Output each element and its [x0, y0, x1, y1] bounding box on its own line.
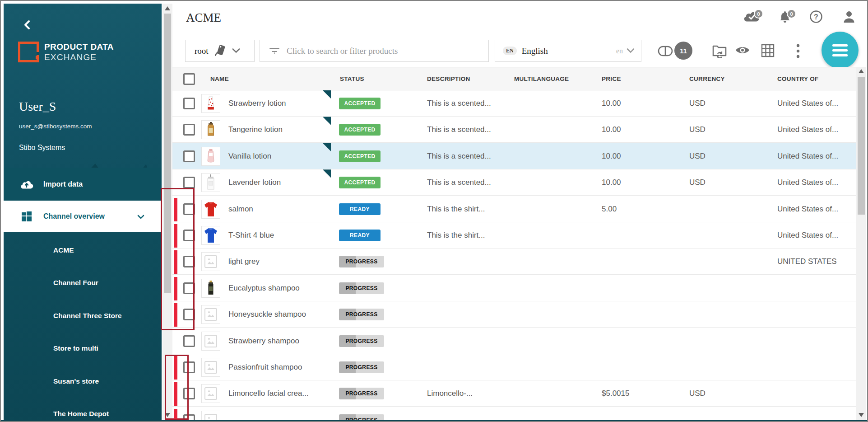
table-row-limoncello-facial-crea[interactable]: Limoncello facial crea...PROGRESSLimonce… — [172, 380, 856, 407]
right-scrollbar[interactable] — [856, 67, 866, 420]
sidebar-channel-the-home-depot[interactable]: The Home Depot — [53, 409, 109, 419]
row-checkbox[interactable] — [183, 309, 195, 320]
page-title: ACME — [186, 11, 221, 25]
product-country: United States of... — [777, 196, 838, 222]
main-menu-fab[interactable] — [822, 32, 859, 69]
cloud-upload-icon — [20, 179, 33, 190]
scroll-down-arrow-icon[interactable] — [165, 413, 170, 417]
status-badge: ACCEPTED — [339, 98, 381, 109]
search-input[interactable] — [286, 46, 488, 56]
product-country: United States of... — [777, 222, 838, 249]
table-header: NAMESTATUSDESCRIPTIONMULTILANGUAGEPRICEC… — [172, 67, 856, 90]
column-header-currency[interactable]: CURRENCY — [689, 67, 725, 91]
folder-sync-icon[interactable] — [712, 43, 727, 60]
sync-badge: 0 — [754, 9, 763, 19]
channel-overview-grid-icon — [20, 211, 33, 222]
search-box[interactable] — [260, 40, 489, 62]
product-name: Honeysuckle shampoo — [228, 301, 306, 328]
product-thumbnail-tangerine-lotion-icon — [201, 120, 220, 139]
row-checkbox[interactable] — [183, 177, 195, 188]
column-header-name[interactable]: NAME — [210, 67, 229, 91]
sidebar-channel-channel-three-store[interactable]: Channel Three Store — [53, 311, 122, 321]
root-node-selector[interactable]: root — [185, 40, 255, 62]
column-header-status[interactable]: STATUS — [340, 67, 364, 91]
product-country: United States of... — [777, 90, 838, 117]
account-icon[interactable] — [842, 10, 856, 25]
scroll-down-arrow-icon[interactable] — [859, 413, 864, 417]
tag-icon — [213, 42, 228, 60]
row-checkbox[interactable] — [183, 282, 195, 294]
sidebar-item-label: Channel overview — [43, 212, 105, 220]
row-checkbox[interactable] — [183, 150, 195, 162]
status-badge: PROGRESS — [339, 282, 384, 294]
row-checkbox[interactable] — [183, 388, 195, 399]
table-row-passionfruit-shampoo[interactable]: Passionfruit shampooPROGRESS — [172, 354, 856, 380]
table-row-eucalyptus-shampoo[interactable]: Eucalyptus shampooPROGRESS — [172, 275, 856, 301]
table-row-light-grey[interactable]: light greyPROGRESSUNITED STATES — [172, 249, 856, 275]
product-thumbnail-lavender-lotion-icon — [201, 173, 220, 192]
row-checkbox[interactable] — [183, 361, 195, 373]
product-name: Limoncello facial crea... — [228, 380, 309, 407]
sidebar-item-channel-overview[interactable]: Channel overview — [4, 201, 162, 232]
select-all-checkbox[interactable] — [183, 73, 195, 85]
toggle-view-icon[interactable] — [658, 46, 673, 58]
chevron-down-icon[interactable] — [137, 213, 144, 221]
table-row-strawberry-shampoo[interactable]: Strawberry shampooPROGRESS — [172, 328, 856, 354]
status-badge: ACCEPTED — [339, 177, 381, 188]
row-checkbox[interactable] — [183, 124, 195, 136]
left-scrollbar[interactable] — [162, 4, 172, 420]
product-description: This is a scented... — [427, 90, 491, 117]
product-description: This is the shirt... — [427, 222, 485, 249]
product-country: UNITED STATES — [777, 249, 837, 275]
table-row-t-shirt-4-blue[interactable]: T-Shirt 4 blueREADYThis is the shirt...U… — [172, 222, 856, 249]
sidebar-channel-acme[interactable]: ACME — [53, 245, 74, 255]
row-checkbox[interactable] — [183, 203, 195, 215]
product-thumbnail-eucalyptus-icon — [201, 279, 220, 298]
svg-text:?: ? — [814, 13, 818, 21]
column-header-price[interactable]: PRICE — [602, 67, 621, 91]
sidebar-channel-channel-four[interactable]: Channel Four — [53, 278, 98, 288]
table-view-icon[interactable] — [761, 43, 775, 60]
user-organization: Stibo Systems — [19, 144, 65, 152]
product-description: Limoncello-... — [427, 380, 473, 407]
table-row-vanilla-lotion[interactable]: Vanilla lotionACCEPTEDThis is a scented.… — [172, 143, 856, 169]
product-currency: USD — [689, 380, 706, 407]
column-header-description[interactable]: DESCRIPTION — [427, 67, 470, 91]
help-icon[interactable]: ? — [809, 10, 823, 25]
sync-status-icon[interactable]: 0 — [743, 10, 761, 24]
sidebar-item-import-data[interactable]: Import data — [4, 168, 162, 201]
table-row-tangerine-lotion[interactable]: Tangerine lotionACCEPTEDThis is a scente… — [172, 117, 856, 143]
scrollbar-thumb[interactable] — [858, 77, 865, 215]
product-name: Tangerine lotion — [228, 117, 283, 143]
row-checkbox[interactable] — [183, 335, 195, 347]
language-code: en — [616, 47, 623, 55]
scrollbar-thumb[interactable] — [164, 14, 171, 293]
product-country: United States of... — [777, 169, 838, 196]
preview-eye-icon[interactable] — [735, 45, 750, 57]
scroll-up-arrow-icon[interactable] — [859, 69, 864, 73]
column-header-country-of[interactable]: COUNTRY OF — [777, 67, 819, 91]
column-header-multilanguage[interactable]: MULTILANGUAGE — [514, 67, 569, 91]
chevron-down-icon — [232, 47, 240, 55]
notifications-bell-icon[interactable]: 0 — [778, 10, 792, 25]
row-checkbox[interactable] — [183, 230, 195, 241]
table-row-salmon[interactable]: salmonREADYThis is the shirt...5.00Unite… — [172, 196, 856, 222]
collapse-sidebar-icon[interactable] — [22, 19, 33, 31]
product-name: Strawberry shampoo — [228, 328, 299, 354]
table-row-strawberry-lotion[interactable]: Strawberry lotionACCEPTEDThis is a scent… — [172, 90, 856, 117]
product-price: 5.00 — [602, 196, 617, 222]
notifications-badge: 0 — [787, 9, 796, 19]
table-row[interactable]: PROGRESS — [172, 407, 856, 420]
row-checkbox[interactable] — [183, 98, 195, 109]
row-checkbox[interactable] — [183, 256, 195, 267]
status-badge: PROGRESS — [339, 256, 384, 267]
sidebar-channel-store-to-multi[interactable]: Store to multi — [53, 343, 98, 353]
scroll-up-arrow-icon[interactable] — [165, 6, 170, 10]
status-badge: PROGRESS — [339, 388, 384, 399]
sidebar-channel-susan-s-store[interactable]: Susan's store — [53, 376, 99, 386]
kebab-menu-icon[interactable] — [796, 43, 800, 61]
table-row-lavender-lotion[interactable]: Lavender lotionACCEPTEDThis is a scented… — [172, 169, 856, 196]
table-row-honeysuckle-shampoo[interactable]: Honeysuckle shampooPROGRESS — [172, 301, 856, 328]
language-label: English — [522, 46, 548, 56]
language-selector[interactable]: EN English en — [495, 40, 641, 62]
